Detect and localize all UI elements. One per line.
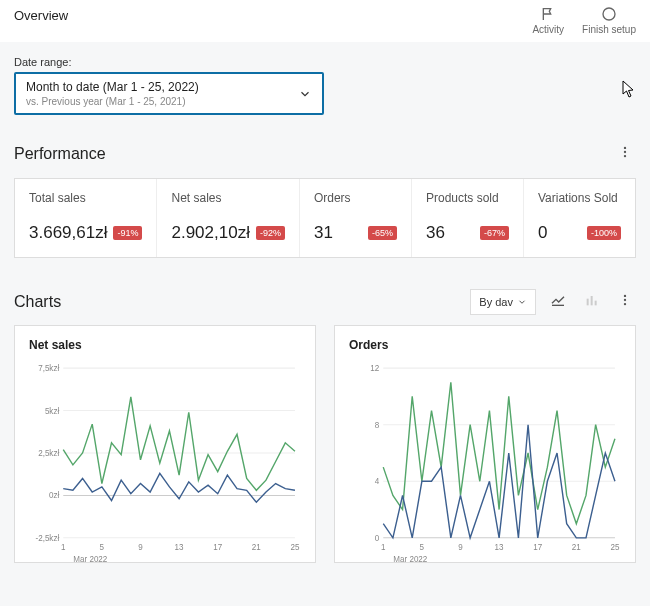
svg-text:0: 0 [375,534,380,543]
svg-text:Mar 2022: Mar 2022 [73,555,107,564]
header-actions: Activity Finish setup [532,6,636,35]
svg-point-10 [624,303,626,305]
svg-rect-5 [587,299,589,306]
svg-point-2 [624,151,626,153]
svg-rect-6 [591,296,593,305]
svg-point-8 [624,295,626,297]
chevron-down-icon [298,87,312,101]
svg-text:1: 1 [61,543,66,552]
date-range-sub: vs. Previous year (Mar 1 - 25, 2021) [26,96,199,107]
date-range-texts: Month to date (Mar 1 - 25, 2022) vs. Pre… [26,80,199,107]
activity-button[interactable]: Activity [532,6,564,35]
kpi-variations-sold[interactable]: Variations Sold 0 -100% [524,179,635,257]
svg-text:9: 9 [458,543,463,552]
kpi-value: 3.669,61zł [29,223,107,243]
activity-label: Activity [532,24,564,35]
svg-text:7,5kzł: 7,5kzł [38,364,59,373]
svg-text:17: 17 [213,543,222,552]
svg-text:5kzł: 5kzł [45,407,60,416]
svg-point-1 [624,147,626,149]
charts-more-button[interactable] [614,289,636,314]
kpi-label: Net sales [171,191,284,205]
svg-text:4: 4 [375,477,380,486]
svg-text:-2,5kzł: -2,5kzł [36,534,60,543]
charts-title: Charts [14,293,61,311]
kpi-value: 2.902,10zł [171,223,249,243]
svg-text:21: 21 [572,543,581,552]
svg-text:17: 17 [533,543,542,552]
svg-point-0 [603,8,615,20]
svg-point-3 [624,155,626,157]
kpi-label: Total sales [29,191,142,205]
byday-select[interactable]: By dav [470,289,536,315]
net-sales-chart: -2,5kzł0zł2,5kzł5kzł7,5kzł15913172125Mar… [29,362,301,566]
kpi-value: 31 [314,223,333,243]
kpi-value: 0 [538,223,547,243]
svg-text:Mar 2022: Mar 2022 [393,555,427,564]
svg-rect-7 [595,301,597,306]
svg-text:13: 13 [175,543,184,552]
kpi-total-sales[interactable]: Total sales 3.669,61zł -91% [15,179,157,257]
kpi-orders[interactable]: Orders 31 -65% [300,179,412,257]
svg-text:25: 25 [290,543,299,552]
svg-text:2,5kzł: 2,5kzł [38,449,59,458]
finish-setup-button[interactable]: Finish setup [582,6,636,35]
svg-text:25: 25 [610,543,619,552]
chart-title: Net sales [29,338,301,352]
date-range-main: Month to date (Mar 1 - 25, 2022) [26,80,199,94]
chart-title: Orders [349,338,621,352]
orders-chart: 0481215913172125Mar 2022 [349,362,621,566]
kpi-label: Products sold [426,191,509,205]
kpi-row: Total sales 3.669,61zł -91% Net sales 2.… [14,178,636,258]
page-title: Overview [14,8,68,23]
performance-title: Performance [14,145,106,163]
date-range-label: Date range: [14,56,636,68]
performance-more-button[interactable] [614,141,636,166]
kpi-label: Variations Sold [538,191,621,205]
flag-icon [540,6,556,22]
kpi-delta-badge: -100% [587,226,621,240]
charts-row: Net sales -2,5kzł0zł2,5kzł5kzł7,5kzł1591… [14,325,636,563]
circle-icon [601,6,617,22]
kpi-value: 36 [426,223,445,243]
performance-header: Performance [14,141,636,166]
line-chart-icon [550,292,566,308]
kpi-delta-badge: -65% [368,226,397,240]
more-vertical-icon [618,293,632,307]
svg-text:9: 9 [138,543,143,552]
svg-text:12: 12 [370,364,379,373]
svg-text:8: 8 [375,421,380,430]
svg-text:21: 21 [252,543,261,552]
byday-label: By dav [479,296,513,308]
bar-chart-icon [584,292,600,308]
svg-text:5: 5 [420,543,425,552]
kpi-products-sold[interactable]: Products sold 36 -67% [412,179,524,257]
more-vertical-icon [618,145,632,159]
svg-text:5: 5 [100,543,105,552]
charts-controls: By dav [470,288,636,315]
kpi-net-sales[interactable]: Net sales 2.902,10zł -92% [157,179,299,257]
svg-point-9 [624,299,626,301]
chart-card-net-sales: Net sales -2,5kzł0zł2,5kzł5kzł7,5kzł1591… [14,325,316,563]
svg-text:13: 13 [495,543,504,552]
date-range-select[interactable]: Month to date (Mar 1 - 25, 2022) vs. Pre… [14,72,324,115]
svg-text:1: 1 [381,543,386,552]
chart-body: -2,5kzł0zł2,5kzł5kzł7,5kzł15913172125Mar… [29,362,301,566]
main: Date range: Month to date (Mar 1 - 25, 2… [0,42,650,577]
chart-card-orders: Orders 0481215913172125Mar 2022 [334,325,636,563]
bar-chart-view-button[interactable] [580,288,604,315]
charts-header: Charts By dav [14,288,636,315]
line-chart-view-button[interactable] [546,288,570,315]
kpi-delta-badge: -92% [256,226,285,240]
kpi-delta-badge: -67% [480,226,509,240]
header: Overview Activity Finish setup [0,0,650,42]
svg-text:0zł: 0zł [49,491,59,500]
kpi-label: Orders [314,191,397,205]
kpi-delta-badge: -91% [113,226,142,240]
chart-body: 0481215913172125Mar 2022 [349,362,621,566]
finish-setup-label: Finish setup [582,24,636,35]
chevron-down-icon [517,297,527,307]
